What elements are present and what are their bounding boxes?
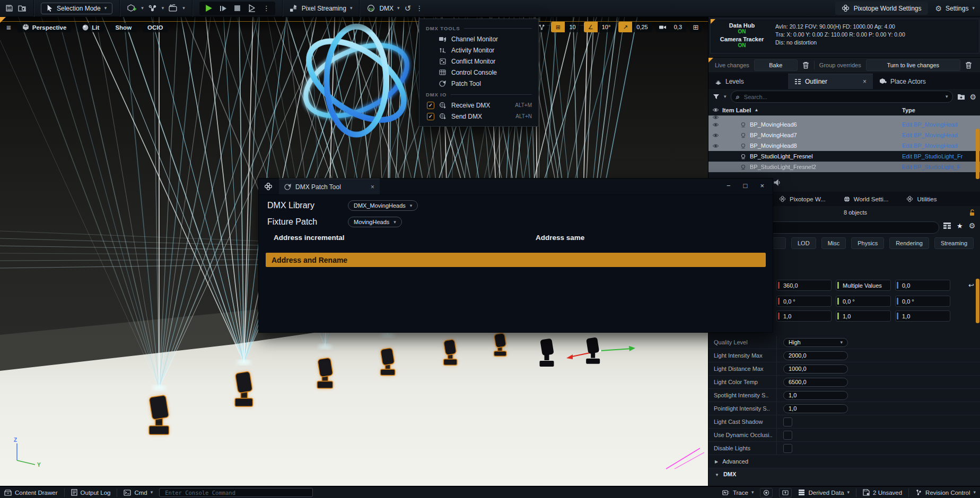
add-actor-icon[interactable] [127, 4, 136, 13]
pixotope-world-settings-button[interactable]: Pixotope World Settings [835, 2, 928, 15]
moving-head-fixture-selected[interactable] [318, 359, 332, 388]
rotation-z-field[interactable]: 0,0 ° [895, 296, 950, 307]
speaker-icon[interactable] [774, 179, 781, 186]
console-command-input[interactable] [164, 489, 308, 496]
address-incremental-button[interactable]: Address incremental [274, 234, 345, 242]
location-y-field[interactable]: Multiple Values [836, 280, 891, 291]
unlock-icon[interactable] [969, 209, 975, 216]
pixel-streaming-dropdown[interactable]: Pixel Streaming ▾ [290, 4, 353, 12]
unsaved-button[interactable]: 2 Unsaved [863, 489, 902, 496]
tab-utilities[interactable]: Utilities [906, 195, 937, 202]
scale-x-field[interactable]: 1,0 [776, 310, 832, 322]
menu-item-conflict-monitor[interactable]: Conflict Monitor [419, 56, 538, 67]
moving-head-fixture-selected[interactable] [150, 396, 169, 434]
patch-window-header[interactable]: DMX Patch Tool × − □ × [259, 179, 773, 195]
use-dynamic-occlusion-checkbox[interactable] [783, 431, 792, 440]
trash-icon[interactable] [802, 61, 809, 69]
reset-to-default-icon[interactable]: ↩ [968, 281, 974, 289]
toolbar-kebab-icon[interactable]: ⋮ [416, 4, 423, 12]
chevron-down-icon[interactable]: ▾ [162, 6, 164, 11]
filter-chip-physics[interactable]: Physics [851, 237, 884, 249]
filter-icon[interactable] [713, 94, 720, 100]
filter-chip-rendering[interactable]: Rendering [889, 237, 929, 249]
tab-close-icon[interactable]: × [863, 78, 867, 85]
table-row[interactable]: BP_MovingHead7 Edit BP_MovingHead [708, 130, 980, 140]
light-intensity-max-field[interactable]: 2000,0 [783, 351, 848, 360]
scale-y-field[interactable]: 1,0 [836, 310, 891, 322]
content-drawer-button[interactable]: Content Drawer [4, 489, 58, 496]
maximize-icon[interactable]: □ [743, 182, 748, 190]
address-same-button[interactable]: Address same [536, 234, 584, 242]
tab-levels[interactable]: Levels [708, 74, 788, 89]
trace-dropdown[interactable]: Trace ▾ [722, 490, 754, 496]
blueprints-icon[interactable] [148, 4, 157, 12]
table-row[interactable] [708, 115, 980, 119]
address-and-rename-button[interactable]: Address and Rename [266, 253, 766, 267]
light-distance-max-field[interactable]: 1000,0 [783, 364, 848, 374]
settings-dropdown[interactable]: ⚙ Settings ▾ [935, 4, 975, 13]
minimize-icon[interactable]: − [727, 182, 731, 190]
moving-head-fixture[interactable] [540, 339, 554, 367]
menu-item-patch-tool[interactable]: Patch Tool [419, 78, 538, 89]
cinematics-icon[interactable] [169, 4, 178, 12]
new-folder-icon[interactable] [957, 93, 965, 100]
row-type-link[interactable]: Edit BP_StudioLight_F [902, 164, 972, 170]
skip-icon[interactable] [220, 5, 227, 12]
capture-icon[interactable] [779, 488, 792, 497]
play-options-kebab-icon[interactable]: ⋮ [263, 4, 270, 12]
details-scrollbar[interactable] [976, 279, 979, 323]
show-dropdown[interactable]: Show [110, 23, 136, 32]
content-browser-icon[interactable] [18, 4, 27, 12]
location-z-field[interactable]: 0,0 [895, 280, 950, 291]
stop-icon[interactable] [234, 5, 241, 12]
ocio-dropdown[interactable]: OCIO [143, 23, 168, 32]
send-dmx-checkbox[interactable]: ✓ [427, 113, 434, 120]
outliner-scrollbar[interactable] [976, 129, 979, 179]
table-row[interactable]: BP_MovingHead6 Edit BP_MovingHead [708, 119, 980, 130]
menu-item-receive-dmx[interactable]: ✓ Receive DMX ALT+M [419, 100, 538, 111]
eye-icon[interactable] [708, 133, 722, 138]
filter-chip-lod[interactable]: LOD [791, 237, 816, 249]
receive-dmx-checkbox[interactable]: ✓ [427, 102, 434, 109]
quad-view-icon[interactable]: ⊞ [690, 22, 702, 32]
rotation-snap-control[interactable]: ∠ 10° [584, 22, 615, 32]
light-cast-shadow-checkbox[interactable] [783, 417, 792, 426]
location-x-field[interactable]: 360,0 [776, 280, 832, 291]
spotlight-intensity-field[interactable]: 1,0 [783, 391, 848, 400]
tab-place-actors[interactable]: Place Actors [873, 74, 980, 89]
perspective-dropdown[interactable]: Perspective [18, 22, 72, 32]
chevron-down-icon[interactable]: ▾ [724, 94, 727, 99]
details-settings-gear-icon[interactable]: ⚙ [969, 221, 976, 230]
eye-icon[interactable] [708, 122, 722, 127]
tab-close-icon[interactable]: × [371, 183, 374, 191]
save-icon[interactable] [5, 4, 13, 12]
lit-dropdown[interactable]: Lit [77, 23, 104, 32]
advanced-expander[interactable]: ▶ Advanced [708, 455, 980, 468]
type-column-header[interactable]: Type [902, 107, 915, 113]
rotation-x-field[interactable]: 0,0 ° [776, 296, 832, 307]
trash-icon[interactable] [965, 61, 972, 69]
tab-outliner[interactable]: Outliner × [788, 74, 873, 89]
details-search[interactable] [762, 221, 939, 234]
derived-data-dropdown[interactable]: Derived Data ▾ [798, 489, 850, 496]
filter-chip-streaming[interactable]: Streaming [934, 237, 974, 249]
dmx-section-header[interactable]: ▼ DMX [708, 468, 980, 486]
play-icon[interactable] [205, 4, 213, 12]
selection-mode-dropdown[interactable]: Selection Mode ▾ [41, 3, 112, 14]
cmd-dropdown[interactable]: Cmd ▾ [124, 490, 153, 496]
moving-head-fixture-selected[interactable] [494, 334, 506, 356]
disable-lights-checkbox[interactable] [783, 444, 792, 453]
scale-snap-control[interactable]: ↗ 0,25 [618, 22, 652, 32]
moving-head-fixture[interactable] [586, 338, 600, 364]
pointlight-intensity-field[interactable]: 1,0 [783, 404, 848, 413]
scale-z-field[interactable]: 1,0 [895, 310, 950, 322]
launch-icon[interactable] [248, 4, 256, 12]
moving-head-fixture-selected[interactable] [444, 340, 457, 364]
light-color-temp-field[interactable]: 6500,0 [783, 378, 848, 387]
moving-head-fixture-selected[interactable] [235, 372, 252, 406]
revision-control-dropdown[interactable]: Revision Control ▾ [915, 489, 976, 496]
outliner-search-input[interactable] [743, 93, 942, 101]
menu-item-send-dmx[interactable]: ✓ Send DMX ALT+N [419, 111, 538, 122]
quality-level-dropdown[interactable]: High▾ [783, 338, 848, 347]
menu-item-channel-monitor[interactable]: Channel Monitor [419, 33, 538, 45]
